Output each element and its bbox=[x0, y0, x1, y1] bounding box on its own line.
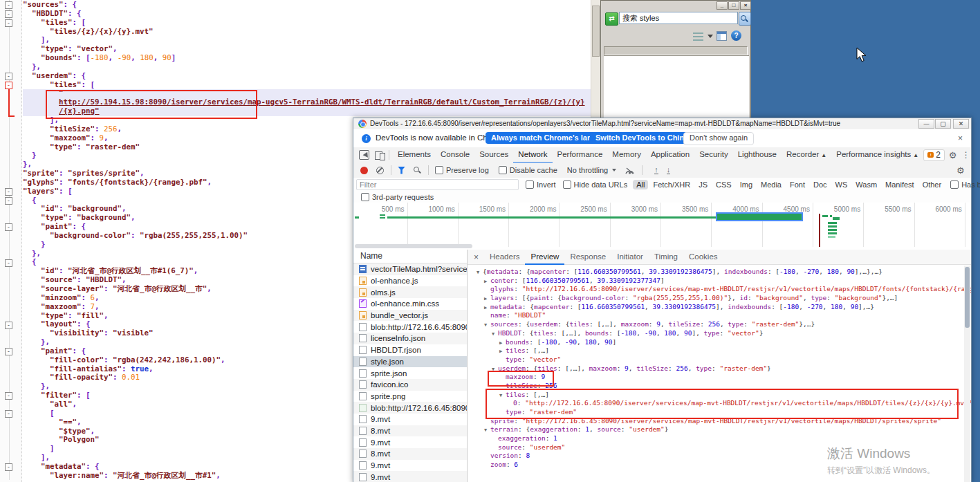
fold-marker-icon[interactable]: - bbox=[5, 73, 12, 80]
fold-marker-icon[interactable]: - bbox=[5, 188, 12, 196]
tab-performance-insights[interactable]: Performance insights▲ bbox=[831, 147, 923, 162]
record-button[interactable] bbox=[360, 167, 368, 174]
invert-checkbox[interactable] bbox=[526, 180, 534, 189]
tab-console[interactable]: Console bbox=[436, 147, 474, 162]
filter-funnel-icon[interactable] bbox=[398, 167, 405, 174]
network-conditions-icon[interactable] bbox=[625, 166, 635, 175]
throttling-caret-icon[interactable] bbox=[612, 169, 616, 174]
network-file-row[interactable]: favicon.ico bbox=[353, 379, 467, 391]
tree-disclosure-icon[interactable]: ▶ bbox=[499, 347, 506, 356]
fold-marker-icon[interactable]: - bbox=[5, 1, 12, 9]
selected-request-bar[interactable] bbox=[716, 212, 803, 221]
detail-tab-headers[interactable]: Headers bbox=[484, 250, 525, 263]
filter-pill-media[interactable]: Media bbox=[757, 180, 785, 189]
fold-marker-icon[interactable]: - bbox=[5, 410, 12, 418]
filter-pill-other[interactable]: Other bbox=[919, 180, 945, 189]
fold-marker-icon[interactable]: - bbox=[5, 392, 12, 400]
editor-line[interactable]: }, bbox=[23, 63, 591, 72]
tab-sources[interactable]: Sources bbox=[474, 147, 513, 162]
dropdown-caret-icon[interactable] bbox=[708, 35, 713, 41]
editor-line[interactable]: "tiles": [ bbox=[23, 81, 591, 90]
network-file-row[interactable]: 9.mvt bbox=[353, 436, 467, 448]
preview-scrollbar[interactable] bbox=[964, 266, 970, 482]
tree-disclosure-icon[interactable]: ▼ bbox=[484, 426, 490, 435]
filter-pill-manifest[interactable]: Manifest bbox=[882, 180, 918, 189]
preserve-log-checkbox[interactable] bbox=[435, 166, 443, 174]
maximize-button[interactable]: □ bbox=[728, 1, 739, 10]
panel-layout-icon[interactable] bbox=[716, 31, 727, 41]
minimize-button[interactable]: _ bbox=[716, 1, 728, 10]
network-file-row[interactable]: olms.js bbox=[353, 286, 467, 298]
editor-line[interactable]: "bounds": [-180, -90, 180, 90] bbox=[23, 54, 591, 63]
detail-tab-initiator[interactable]: Initiator bbox=[611, 250, 649, 263]
preview-tree-line[interactable]: ▼{metadata: {mapcenter: [116.66035079956… bbox=[468, 268, 971, 277]
network-file-row[interactable]: 9.mvt bbox=[353, 460, 467, 472]
more-options-icon[interactable]: ⋮ bbox=[962, 150, 969, 160]
network-file-row[interactable]: vectorTileMap.html?serviceNa... bbox=[353, 263, 467, 275]
editor-line[interactable]: "sources": { bbox=[23, 1, 591, 10]
editor-scrollbar-thumb[interactable] bbox=[592, 6, 600, 57]
search-go-button[interactable] bbox=[739, 12, 751, 26]
devtools-close-button[interactable]: ✕ bbox=[953, 119, 969, 129]
timeline-scroll-grip[interactable] bbox=[355, 244, 472, 248]
network-overview-timeline[interactable]: 500 ms1000 ms1500 ms2000 ms2500 ms3000 m… bbox=[353, 203, 971, 250]
filter-pill-ws[interactable]: WS bbox=[832, 180, 851, 189]
detail-tab-cookies[interactable]: Cookies bbox=[683, 250, 723, 263]
fold-marker-icon[interactable]: - bbox=[5, 197, 12, 205]
filter-pill-all[interactable]: All bbox=[633, 180, 648, 189]
editor-line[interactable]: "tiles/{z}/{x}/{y}.mvt" bbox=[23, 28, 591, 37]
tree-disclosure-icon[interactable]: ▼ bbox=[477, 268, 483, 277]
filter-pill-js[interactable]: JS bbox=[695, 180, 711, 189]
tree-disclosure-icon[interactable]: ▼ bbox=[484, 321, 490, 330]
editor-line[interactable]: "userdem": { bbox=[23, 72, 591, 81]
tab-security[interactable]: Security bbox=[694, 147, 733, 162]
fold-marker-icon[interactable]: - bbox=[5, 19, 12, 27]
throttling-select[interactable]: No throttling bbox=[567, 166, 608, 174]
third-party-checkbox[interactable] bbox=[361, 193, 369, 201]
preview-tree-line[interactable]: ▼terrain: {exaggeration: 1, source: "use… bbox=[468, 425, 971, 434]
tab-performance[interactable]: Performance bbox=[553, 147, 608, 162]
network-file-row[interactable]: bundle_vector.js bbox=[353, 310, 467, 322]
network-file-row[interactable]: 8.mvt bbox=[353, 448, 467, 460]
filter-pill-wasm[interactable]: Wasm bbox=[852, 180, 880, 189]
import-har-icon[interactable]: ↑ bbox=[654, 166, 658, 174]
tree-disclosure-icon[interactable]: ▼ bbox=[492, 330, 498, 339]
tab-lighthouse[interactable]: Lighthouse bbox=[733, 147, 782, 162]
devtools-maximize-button[interactable]: ▢ bbox=[935, 119, 951, 129]
network-file-row[interactable]: licenseInfo.json bbox=[353, 333, 467, 344]
list-view-icon[interactable] bbox=[693, 33, 703, 41]
preview-tree-line[interactable]: glyphs: "http://172.16.6.45:8090/iserver… bbox=[468, 285, 971, 294]
search-network-icon[interactable] bbox=[414, 167, 421, 174]
hide-data-urls-checkbox[interactable] bbox=[563, 180, 571, 189]
filter-pill-fetchxhr[interactable]: Fetch/XHR bbox=[649, 180, 694, 189]
disable-cache-checkbox[interactable] bbox=[499, 166, 507, 174]
editor-fold-gutter[interactable]: -------------- bbox=[0, 0, 22, 482]
preview-tree-line[interactable]: ▼HBDLDT: {tiles: [,…], bounds: [-180, -9… bbox=[468, 329, 971, 338]
fold-marker-icon[interactable]: - bbox=[5, 259, 12, 267]
preview-tree-line[interactable]: ▶layers: [{paint: {background-color: "rg… bbox=[468, 294, 971, 303]
tab-network[interactable]: Network bbox=[513, 147, 552, 163]
detail-tab-response[interactable]: Response bbox=[564, 250, 611, 263]
preview-tree-line[interactable]: ▶metadata: {mapcenter: [116.660350799561… bbox=[468, 303, 971, 312]
preview-scrollbar-thumb[interactable] bbox=[965, 267, 970, 328]
preview-tree-line[interactable]: name: "HBDLDT" bbox=[468, 311, 971, 320]
issues-badge[interactable]: !2 bbox=[923, 149, 945, 161]
export-har-icon[interactable]: ↓ bbox=[667, 166, 671, 174]
sync-button[interactable]: ⇄ bbox=[605, 12, 618, 26]
network-file-row[interactable]: style.json bbox=[353, 356, 467, 368]
infobar-close-icon[interactable]: × bbox=[958, 133, 963, 143]
fold-marker-icon[interactable]: - bbox=[5, 463, 12, 471]
preview-tree-line[interactable]: ▶center: [116.660350799561, 39.330919237… bbox=[468, 277, 971, 286]
help-icon[interactable]: ? bbox=[731, 30, 741, 41]
detail-tab-preview[interactable]: Preview bbox=[525, 250, 564, 265]
inspect-element-icon[interactable] bbox=[359, 150, 369, 160]
editor-line[interactable]: "HBDLDT": { bbox=[23, 10, 591, 19]
fold-marker-icon[interactable]: - bbox=[5, 322, 12, 329]
devtools-titlebar[interactable]: DevTools - 172.16.6.45:8090/iserver/repr… bbox=[353, 118, 971, 130]
has-blocked-cookies-checkbox[interactable] bbox=[950, 180, 959, 189]
network-file-row[interactable]: 9.mvt bbox=[353, 471, 467, 482]
tab-memory[interactable]: Memory bbox=[607, 147, 646, 162]
fold-marker-icon[interactable]: - bbox=[5, 348, 12, 355]
fold-marker-icon[interactable]: - bbox=[5, 223, 12, 231]
filter-pill-doc[interactable]: Doc bbox=[810, 180, 831, 189]
